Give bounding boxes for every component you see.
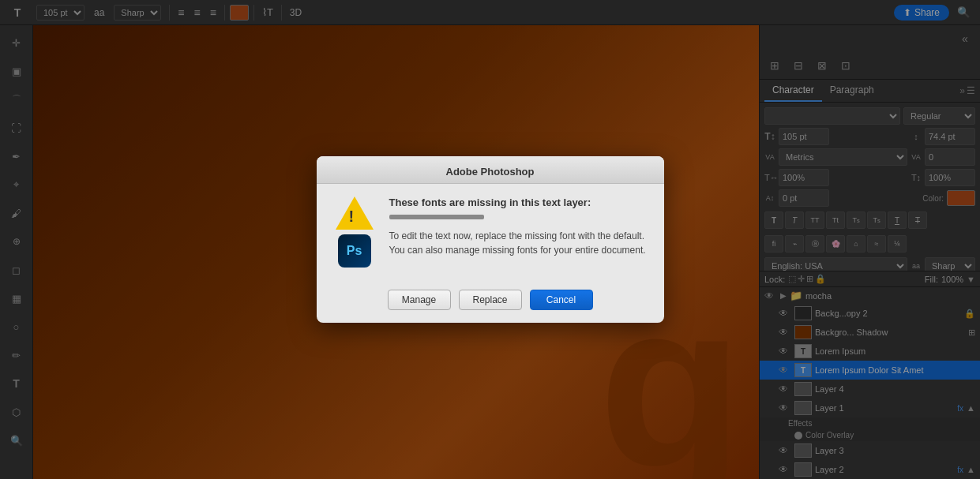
dialog-title: Adobe Photoshop <box>446 166 535 178</box>
dialog-footer: Manage Replace Cancel <box>317 280 664 323</box>
dialog-body: Ps These fonts are missing in this text … <box>317 184 664 280</box>
replace-button[interactable]: Replace <box>459 290 522 310</box>
dialog: Adobe Photoshop Ps These fonts are missi… <box>317 156 664 323</box>
dialog-overlay: Adobe Photoshop Ps These fonts are missi… <box>0 0 980 479</box>
dialog-content: These fonts are missing in this text lay… <box>389 196 651 268</box>
dialog-main-text: These fonts are missing in this text lay… <box>389 196 651 208</box>
ps-badge: Ps <box>338 234 371 268</box>
manage-button[interactable]: Manage <box>388 290 451 310</box>
cancel-button[interactable]: Cancel <box>530 290 593 310</box>
dialog-icon-area: Ps <box>329 196 380 268</box>
missing-font-bar <box>389 215 484 219</box>
dialog-sub-text: To edit the text now, replace the missin… <box>389 229 651 257</box>
warning-triangle <box>336 196 374 230</box>
dialog-titlebar: Adobe Photoshop <box>317 156 664 184</box>
warning-icon <box>336 196 374 230</box>
